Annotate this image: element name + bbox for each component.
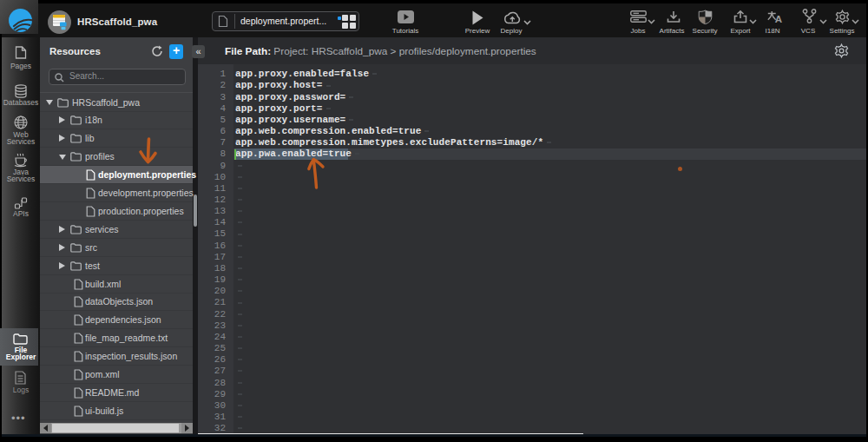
svg-text:A: A [775,14,782,24]
